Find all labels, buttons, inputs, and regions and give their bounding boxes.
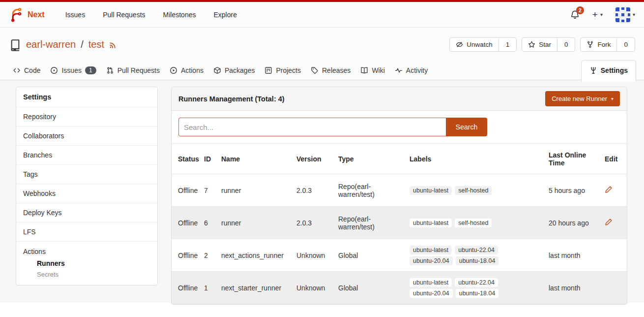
top-navbar: Next Issues Pull Requests Milestones Exp… [0, 2, 644, 28]
nav-item-milestones[interactable]: Milestones [156, 7, 203, 23]
status-cell: Offline [172, 272, 204, 304]
tab-label: Activity [406, 66, 428, 74]
sidebar-item-runners[interactable]: Runners [23, 256, 150, 267]
rss-icon[interactable] [109, 40, 117, 49]
col-status: Status [172, 144, 204, 174]
col-type: Type [338, 144, 410, 174]
notifications-button[interactable]: 2 [570, 10, 580, 19]
type-cell: Repo(earl-warren/test) [338, 174, 410, 207]
tab-code[interactable]: Code [8, 61, 45, 80]
nav-item-pull-requests[interactable]: Pull Requests [96, 7, 152, 23]
chevron-down-icon: ▾ [600, 12, 603, 17]
tab-label: Packages [225, 66, 255, 74]
labels-cell: ubuntu-latestubuntu-22.04ubuntu-20.04ubu… [410, 272, 549, 304]
tab-projects[interactable]: Projects [260, 61, 306, 80]
tab-label: Releases [322, 66, 351, 74]
nav-item-explore[interactable]: Explore [206, 7, 243, 23]
star-button[interactable]: Star [522, 38, 557, 51]
repo-action-buttons: Unwatch 1 Star 0 [449, 37, 635, 52]
labels-cell: ubuntu-latestself-hosted [410, 207, 549, 239]
tab-releases[interactable]: Releases [306, 61, 355, 80]
sidebar-item-collaborators[interactable]: Collaborators [16, 127, 157, 146]
settings-sidebar: Settings Repository Collaborators Branch… [16, 87, 158, 285]
tab-label: Settings [601, 66, 628, 74]
name-cell: next_starter_runner [221, 272, 296, 304]
chevron-down-icon: ▾ [633, 12, 635, 17]
navbar-right: 2 + ▾ [570, 7, 635, 22]
table-header-row: Status ID Name Version Type Labels Last … [172, 144, 627, 174]
edit-runner-button[interactable] [605, 186, 613, 193]
repo-title: earl-warren / test [9, 38, 117, 51]
version-cell: Unknown [296, 272, 338, 304]
brand-name: Next [28, 10, 45, 19]
stars-count[interactable]: 0 [557, 38, 575, 51]
tab-activity[interactable]: Activity [390, 61, 433, 80]
pull-request-icon [106, 66, 114, 74]
col-id: ID [204, 144, 221, 174]
fork-label: Fork [597, 41, 611, 48]
forks-count[interactable]: 0 [616, 38, 635, 51]
runners-panel: Runners Management (Total: 4) Create new… [171, 87, 627, 305]
settings-icon [589, 66, 597, 74]
status-cell: Offline [172, 239, 204, 272]
repo-owner-link[interactable]: earl-warren [26, 39, 76, 50]
tab-wiki[interactable]: Wiki [355, 61, 389, 80]
type-cell: Global [338, 272, 410, 304]
create-new-menu-button[interactable]: + ▾ [592, 9, 603, 20]
last-online-cell: last month [549, 272, 605, 304]
name-cell: next_actions_runner [221, 239, 296, 272]
tab-pull-requests[interactable]: Pull Requests [101, 61, 165, 80]
id-cell: 6 [204, 207, 221, 239]
status-cell: Offline [172, 174, 204, 207]
sidebar-item-secrets[interactable]: Secrets [23, 267, 150, 278]
fork-button[interactable]: Fork [581, 38, 616, 51]
search-button[interactable]: Search [446, 118, 487, 136]
forgejo-home-link[interactable]: Next [9, 7, 45, 22]
labels-cell: ubuntu-latestubuntu-22.04ubuntu-20.04ubu… [410, 239, 549, 272]
runner-label-chip: ubuntu-22.04 [455, 246, 498, 254]
sidebar-item-deploy-keys[interactable]: Deploy Keys [16, 203, 157, 222]
edit-runner-button[interactable] [605, 218, 613, 226]
chevron-down-icon: ▾ [611, 96, 614, 101]
tab-issues[interactable]: Issues 1 [45, 61, 101, 80]
sidebar-item-actions[interactable]: Actions [23, 248, 46, 255]
runner-row: Offline2next_actions_runnerUnknownGlobal… [172, 239, 627, 272]
labels-cell: ubuntu-latestself-hosted [410, 174, 549, 207]
runner-label-chip: ubuntu-latest [410, 186, 452, 195]
col-version: Version [296, 144, 338, 174]
edit-cell [605, 272, 627, 304]
id-cell: 2 [204, 239, 221, 272]
last-online-cell: last month [549, 239, 605, 272]
watchers-count[interactable]: 1 [498, 38, 517, 51]
edit-cell [605, 239, 627, 272]
notification-count-badge: 2 [576, 6, 584, 14]
runner-row: Offline6runner2.0.3Repo(earl-warren/test… [172, 207, 627, 239]
create-new-runner-button[interactable]: Create new Runner ▾ [545, 91, 620, 106]
search-input[interactable] [178, 118, 446, 136]
sidebar-item-webhooks[interactable]: Webhooks [16, 184, 157, 203]
version-cell: Unknown [296, 239, 338, 272]
star-icon [528, 41, 535, 48]
panel-title: Runners Management (Total: 4) [178, 95, 285, 103]
col-name: Name [221, 144, 296, 174]
sidebar-title: Settings [16, 87, 157, 107]
edit-cell [605, 174, 627, 207]
runner-label-chip: ubuntu-18.04 [456, 289, 499, 298]
tab-actions[interactable]: Actions [165, 61, 208, 80]
forgejo-logo-icon [9, 7, 24, 22]
repo-name-link[interactable]: test [88, 39, 104, 50]
sidebar-item-lfs[interactable]: LFS [16, 222, 157, 242]
tab-settings[interactable]: Settings [581, 60, 636, 82]
nav-item-issues[interactable]: Issues [59, 7, 92, 23]
unwatch-button[interactable]: Unwatch [450, 38, 498, 51]
sidebar-item-repository[interactable]: Repository [16, 107, 157, 127]
pencil-icon [605, 218, 613, 226]
last-online-cell: 20 hours ago [549, 207, 605, 239]
pulse-icon [395, 66, 403, 74]
sidebar-item-tags[interactable]: Tags [16, 165, 157, 184]
runner-label-chip: ubuntu-20.04 [410, 289, 453, 298]
user-menu-button[interactable]: ▾ [615, 7, 635, 22]
tab-label: Issues [61, 66, 81, 74]
tab-packages[interactable]: Packages [208, 61, 260, 80]
sidebar-item-branches[interactable]: Branches [16, 146, 157, 165]
